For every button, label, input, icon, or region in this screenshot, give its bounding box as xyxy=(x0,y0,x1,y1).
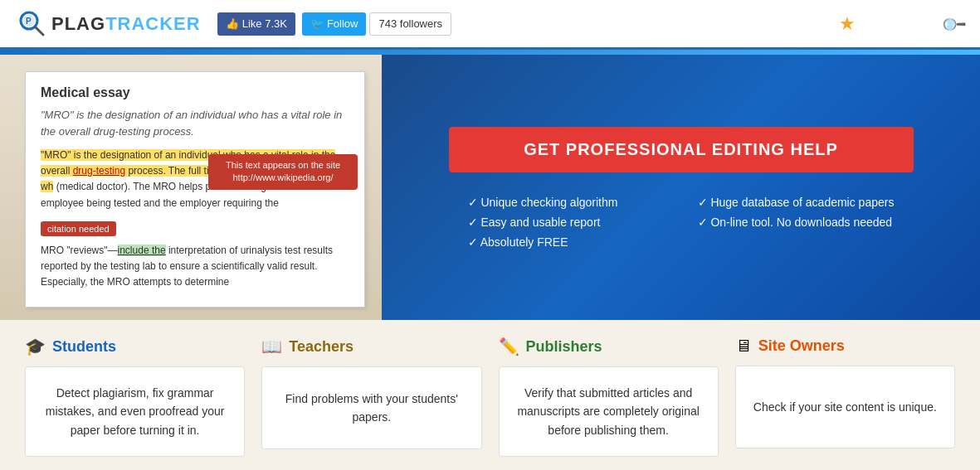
bottom-cards: 🎓 Students Detect plagiarism, fix gramma… xyxy=(25,337,955,457)
logo[interactable]: P PLAGTRACKER xyxy=(17,8,201,40)
teachers-title: Teachers xyxy=(289,338,353,356)
students-icon: 🎓 xyxy=(25,337,46,356)
teachers-icon: 📖 xyxy=(261,337,282,356)
students-title: Students xyxy=(52,338,116,356)
highlighted-text-block: "MRO" is the designation of an individua… xyxy=(41,148,349,211)
right-panel: GET PROFESSIONAL EDITING HELP ✓ Unique c… xyxy=(382,55,980,320)
twitter-follow-label: Follow xyxy=(327,17,358,30)
features-grid: ✓ Unique checking algorithm ✓ Huge datab… xyxy=(468,196,895,249)
svg-text:P: P xyxy=(26,17,32,26)
logo-icon: P xyxy=(17,8,48,40)
include-the-span: include the xyxy=(118,245,166,256)
paper-stack: Medical essay "MRO" is the designation o… xyxy=(25,71,365,308)
thumb-icon: 👍 xyxy=(226,17,239,30)
twitter-follow-button[interactable]: 🐦 Follow xyxy=(302,12,367,36)
publishers-icon: ✏️ xyxy=(499,337,519,356)
search-icon[interactable]: 🔍 xyxy=(939,9,968,38)
card-students-header: 🎓 Students xyxy=(25,337,245,356)
main-area: Medical essay "MRO" is the designation o… xyxy=(0,55,980,320)
fb-like-button[interactable]: 👍 Like 7.3K xyxy=(217,12,295,36)
citation-badge: citation needed xyxy=(41,221,116,236)
bottom-section: 🎓 Students Detect plagiarism, fix gramma… xyxy=(0,320,980,470)
publishers-card-box: Verify that submitted articles and manus… xyxy=(499,366,719,457)
feature-1: ✓ Unique checking algorithm xyxy=(468,196,665,209)
card-publishers-header: ✏️ Publishers xyxy=(499,337,719,356)
card-students: 🎓 Students Detect plagiarism, fix gramma… xyxy=(25,337,245,457)
cta-button[interactable]: GET PROFESSIONAL EDITING HELP xyxy=(449,127,914,172)
students-card-box: Detect plagiarism, fix grammar mistakes,… xyxy=(25,366,245,457)
twitter-bird-icon: 🐦 xyxy=(310,17,324,30)
star-icon[interactable]: ★ xyxy=(839,13,856,35)
feature-5: ✓ Absolutely FREE xyxy=(468,235,665,249)
card-site-owners-header: 🖥 Site Owners xyxy=(735,337,955,356)
followers-count: 743 followers xyxy=(378,17,442,30)
logo-tracker: TRACKER xyxy=(105,13,201,34)
citation-area: citation needed xyxy=(41,218,349,236)
card-publishers: ✏️ Publishers Verify that submitted arti… xyxy=(499,337,719,457)
students-description: Detect plagiarism, fix grammar mistakes,… xyxy=(39,384,231,439)
site-owners-description: Check if your site content is unique. xyxy=(753,398,937,416)
site-owners-card-box: Check if your site content is unique. xyxy=(735,366,955,448)
card-site-owners: 🖥 Site Owners Check if your site content… xyxy=(735,337,955,457)
svg-line-2 xyxy=(35,27,43,35)
followers-badge: 743 followers xyxy=(369,12,451,36)
card-teachers-header: 📖 Teachers xyxy=(261,337,481,356)
body-text-block-2: MRO "reviews"—include the interpretation… xyxy=(41,243,349,291)
header: P PLAGTRACKER 👍 Like 7.3K 🐦 Follow 743 f… xyxy=(0,0,980,50)
document-area: Medical essay "MRO" is the designation o… xyxy=(0,55,382,320)
logo-plag: PLAG xyxy=(51,13,105,34)
fb-like-label: Like 7.3K xyxy=(242,17,287,30)
feature-4: ✓ On-line tool. No downloads needed xyxy=(698,216,895,229)
essay-title: Medical essay xyxy=(41,85,349,100)
site-owners-icon: 🖥 xyxy=(735,337,752,356)
tooltip-bubble: This text appears on the site http://www… xyxy=(208,154,358,190)
teachers-card-box: Find problems with your students' papers… xyxy=(261,366,481,449)
publishers-title: Publishers xyxy=(526,338,602,356)
essay-intro: "MRO" is the designation of an individua… xyxy=(41,107,349,139)
publishers-description: Verify that submitted articles and manus… xyxy=(513,384,705,439)
drug-testing-link[interactable]: drug-testing xyxy=(73,165,125,177)
site-owners-title: Site Owners xyxy=(758,337,845,355)
teachers-description: Find problems with your students' papers… xyxy=(275,390,467,427)
card-teachers: 📖 Teachers Find problems with your stude… xyxy=(261,337,481,457)
feature-2: ✓ Huge database of academic papers xyxy=(698,196,895,209)
feature-3: ✓ Easy and usable report xyxy=(468,216,665,229)
